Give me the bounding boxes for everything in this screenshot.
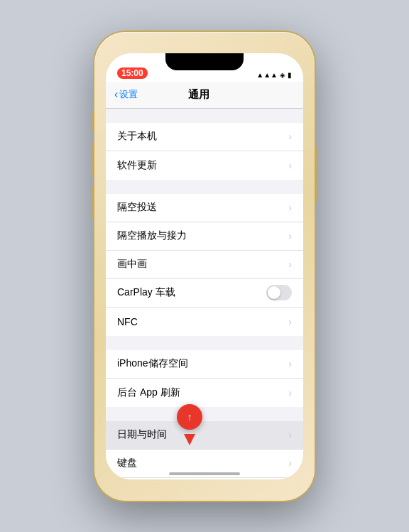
- page-title: 通用: [188, 88, 209, 102]
- section-gap-2: [106, 180, 303, 194]
- cell-bg-refresh[interactable]: 后台 App 刷新 ›: [106, 379, 303, 407]
- cell-airplay[interactable]: 隔空投送 ›: [106, 194, 303, 222]
- section-4: 日期与时间 › 键盘 › 字体 ›: [106, 421, 303, 479]
- cell-pip-label: 画中画: [117, 258, 147, 271]
- status-icons: ▲▲▲ ◈ ▮: [256, 71, 292, 79]
- cell-carplay-right: [266, 285, 292, 300]
- nav-bar: ‹ 设置 通用: [106, 82, 303, 109]
- chevron-icon: ›: [288, 131, 292, 142]
- cell-datetime-label: 日期与时间: [117, 428, 167, 441]
- cell-pip-right: ›: [288, 259, 292, 270]
- cell-about-label: 关于本机: [117, 130, 157, 143]
- section-1: 关于本机 › 软件更新 ›: [106, 123, 303, 180]
- cell-datetime[interactable]: 日期与时间 ›: [106, 421, 303, 450]
- back-chevron-icon: ‹: [114, 88, 118, 101]
- back-button[interactable]: ‹ 设置: [114, 88, 138, 101]
- signal-icon: ▲▲▲: [256, 71, 278, 79]
- settings-scroll[interactable]: 关于本机 › 软件更新 › 隔空投送 ›: [106, 109, 303, 479]
- home-indicator: [169, 472, 240, 475]
- phone-screen: 15:00 ▲▲▲ ◈ ▮ ‹ 设置 通用 关于本机 ›: [106, 53, 303, 479]
- section-3: iPhone储存空间 › 后台 App 刷新 ›: [106, 350, 303, 407]
- cell-airplay-right: ›: [288, 202, 292, 213]
- chevron-icon: ›: [288, 316, 292, 327]
- cell-storage-right: ›: [288, 358, 292, 369]
- notch: [165, 53, 244, 70]
- cell-about[interactable]: 关于本机 ›: [106, 123, 303, 151]
- cell-handoff-label: 隔空播放与接力: [117, 229, 187, 242]
- section-gap-4: [106, 407, 303, 421]
- chevron-icon: ›: [288, 457, 292, 469]
- cell-keyboard-right: ›: [288, 457, 292, 469]
- phone-frame: 15:00 ▲▲▲ ◈ ▮ ‹ 设置 通用 关于本机 ›: [94, 32, 315, 501]
- cell-fonts[interactable]: 字体 ›: [106, 478, 303, 479]
- chevron-icon: ›: [288, 259, 292, 270]
- cell-datetime-right: ›: [288, 429, 292, 440]
- cell-airplay-label: 隔空投送: [117, 201, 157, 214]
- cell-pip[interactable]: 画中画 ›: [106, 251, 303, 279]
- cell-nfc-label: NFC: [117, 316, 138, 327]
- cell-storage-label: iPhone储存空间: [117, 357, 188, 370]
- chevron-icon: ›: [288, 160, 292, 171]
- wifi-icon: ◈: [280, 71, 285, 79]
- cell-software-update[interactable]: 软件更新 ›: [106, 151, 303, 180]
- cell-handoff[interactable]: 隔空播放与接力 ›: [106, 222, 303, 251]
- battery-icon: ▮: [288, 71, 292, 79]
- cell-keyboard-label: 键盘: [117, 457, 137, 469]
- status-time: 15:00: [117, 67, 148, 79]
- back-label: 设置: [119, 88, 138, 101]
- carplay-toggle[interactable]: [266, 285, 292, 300]
- cell-about-right: ›: [288, 131, 292, 142]
- section-2: 隔空投送 › 隔空播放与接力 › 画中画 ›: [106, 194, 303, 336]
- section-gap-1: [106, 109, 303, 123]
- cell-software-update-label: 软件更新: [117, 159, 157, 172]
- chevron-icon: ›: [288, 230, 292, 241]
- cell-software-update-right: ›: [288, 160, 292, 171]
- section-gap-3: [106, 336, 303, 350]
- cell-storage[interactable]: iPhone储存空间 ›: [106, 350, 303, 379]
- cell-bg-refresh-right: ›: [288, 387, 292, 398]
- cell-bg-refresh-label: 后台 App 刷新: [117, 386, 180, 399]
- cell-nfc[interactable]: NFC ›: [106, 308, 303, 336]
- chevron-icon: ›: [288, 202, 292, 213]
- cell-handoff-right: ›: [288, 230, 292, 241]
- cell-carplay[interactable]: CarPlay 车载: [106, 279, 303, 308]
- chevron-icon: ›: [288, 387, 292, 398]
- cell-nfc-right: ›: [288, 316, 292, 327]
- chevron-icon: ›: [288, 358, 292, 369]
- chevron-icon: ›: [288, 429, 292, 440]
- cell-carplay-label: CarPlay 车载: [117, 286, 175, 299]
